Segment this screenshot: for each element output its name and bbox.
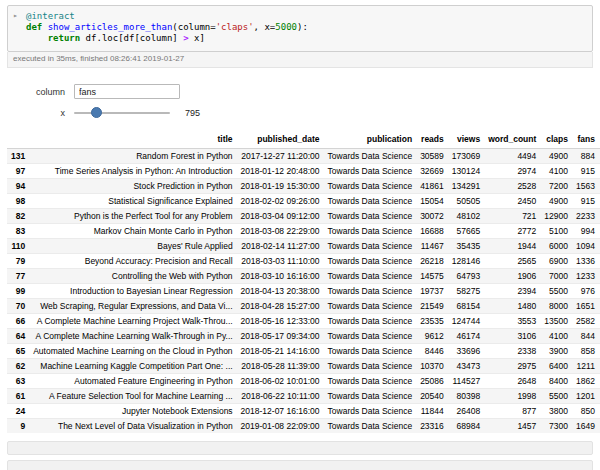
cell-views: 134291 (448, 179, 484, 194)
cell-title: Jupyter Notebook Extensions (29, 404, 236, 419)
cell-fans: 1201 (572, 389, 599, 404)
cell-title: Machine Learning Kaggle Competition Part… (29, 359, 236, 374)
code-cell[interactable]: ▸ @interact def show_articles_more_than(… (7, 5, 593, 52)
table-row: 24Jupyter Notebook Extensions2018-12-07 … (7, 404, 600, 419)
cell-title: Automated Machine Learning on the Cloud … (29, 344, 236, 359)
cell-claps: 5100 (540, 224, 572, 239)
cell-title: Introduction to Bayesian Linear Regressi… (29, 284, 236, 299)
cell-word_count: 2648 (484, 374, 540, 389)
code-args-close: ): (297, 22, 308, 32)
cell-word_count: 1998 (484, 389, 540, 404)
cell-title: Web Scraping, Regular Expressions, and D… (29, 299, 236, 314)
cell-fans: 850 (572, 404, 599, 419)
codefold-arrow-icon[interactable]: ▸ (13, 11, 18, 21)
cell-published_date: 2018-05-21 14:16:00 (237, 344, 324, 359)
empty-cell[interactable] (7, 441, 593, 455)
cell-title: Random Forest in Python (29, 149, 236, 164)
cell-word_count: 2565 (484, 254, 540, 269)
table-header-row: titlepublished_datepublicationreadsviews… (7, 131, 600, 149)
cell-word_count: 2394 (484, 284, 540, 299)
cell-claps: 4100 (540, 329, 572, 344)
cell-fans: 1094 (572, 239, 599, 254)
cell-views: 33696 (448, 344, 484, 359)
code-body-end: x] (189, 33, 205, 43)
cell-reads: 9612 (416, 329, 448, 344)
cell-reads: 23535 (416, 314, 448, 329)
cell-word_count: 2974 (484, 164, 540, 179)
cell-published_date: 2019-01-08 22:09:00 (237, 419, 324, 434)
table-row: 64A Complete Machine Learning Walk-Throu… (7, 329, 600, 344)
cell-title: Markov Chain Monte Carlo in Python (29, 224, 236, 239)
cell-publication: Towards Data Science (324, 209, 417, 224)
cell-reads: 10370 (416, 359, 448, 374)
cell-title: Python is the Perfect Tool for any Probl… (29, 209, 236, 224)
cell-claps: 7000 (540, 269, 572, 284)
cell-fans: 884 (572, 149, 599, 164)
cell-reads: 41861 (416, 179, 448, 194)
table-row: 83Markov Chain Monte Carlo in Python2018… (7, 224, 600, 239)
cell-claps: 3900 (540, 344, 572, 359)
row-index: 62 (7, 359, 29, 374)
cell-views: 48102 (448, 209, 484, 224)
empty-cell[interactable] (7, 460, 593, 470)
cell-title: Statistical Significance Explained (29, 194, 236, 209)
row-index: 66 (7, 314, 29, 329)
cell-word_count: 1944 (484, 239, 540, 254)
cell-reads: 23316 (416, 419, 448, 434)
execution-status: executed in 35ms, finished 08:26:41 2019… (7, 52, 593, 68)
cell-publication: Towards Data Science (324, 359, 417, 374)
cell-views: 64793 (448, 269, 484, 284)
cell-title: Automated Feature Engineering in Python (29, 374, 236, 389)
cell-published_date: 2017-12-27 11:20:00 (237, 149, 324, 164)
cell-title: The Next Level of Data Visualization in … (29, 419, 236, 434)
cell-publication: Towards Data Science (324, 299, 417, 314)
cell-reads: 11467 (416, 239, 448, 254)
cell-fans: 2582 (572, 314, 599, 329)
code-line-3: return df.loc[df[column] > x] (26, 33, 586, 44)
row-index: 9 (7, 419, 29, 434)
code-body: df.loc[df[column] (80, 33, 183, 43)
x-slider-track[interactable] (74, 112, 170, 114)
cell-title: A Complete Machine Learning Walk-Through… (29, 329, 236, 344)
cell-claps: 8400 (540, 374, 572, 389)
cell-claps: 7200 (540, 179, 572, 194)
row-index: 77 (7, 269, 29, 284)
cell-claps: 5500 (540, 284, 572, 299)
row-index: 99 (7, 284, 29, 299)
cell-views: 128146 (448, 254, 484, 269)
cell-published_date: 2018-03-08 22:29:00 (237, 224, 324, 239)
cell-word_count: 3106 (484, 329, 540, 344)
code-return-keyword: return (48, 33, 81, 43)
cell-reads: 11844 (416, 404, 448, 419)
cell-fans: 858 (572, 344, 599, 359)
code-def-keyword: def (26, 22, 48, 32)
x-slider-readout: 795 (185, 108, 200, 118)
cell-views: 58275 (448, 284, 484, 299)
cell-views: 68984 (448, 419, 484, 434)
cell-fans: 915 (572, 164, 599, 179)
cell-views: 130124 (448, 164, 484, 179)
cell-publication: Towards Data Science (324, 329, 417, 344)
cell-reads: 21549 (416, 299, 448, 314)
table-row: 77Controlling the Web with Python2018-03… (7, 269, 600, 284)
interact-widgets: column x 795 (7, 81, 593, 123)
cell-published_date: 2018-01-12 20:48:00 (237, 164, 324, 179)
column-header: claps (540, 131, 572, 149)
cell-views: 46174 (448, 329, 484, 344)
x-slider-handle[interactable] (91, 107, 102, 118)
cell-claps: 12900 (540, 209, 572, 224)
cell-publication: Towards Data Science (324, 389, 417, 404)
cell-fans: 915 (572, 194, 599, 209)
x-slider[interactable] (74, 106, 170, 119)
row-index: 65 (7, 344, 29, 359)
cell-word_count: 1480 (484, 299, 540, 314)
cell-publication: Towards Data Science (324, 254, 417, 269)
cell-published_date: 2018-06-02 10:01:00 (237, 374, 324, 389)
cell-published_date: 2018-05-17 09:34:00 (237, 329, 324, 344)
column-text-input[interactable] (74, 84, 180, 99)
column-header: publication (324, 131, 417, 149)
column-header: word_count (484, 131, 540, 149)
cell-reads: 16688 (416, 224, 448, 239)
cell-views: 114527 (448, 374, 484, 389)
cell-published_date: 2018-05-28 11:39:00 (237, 359, 324, 374)
